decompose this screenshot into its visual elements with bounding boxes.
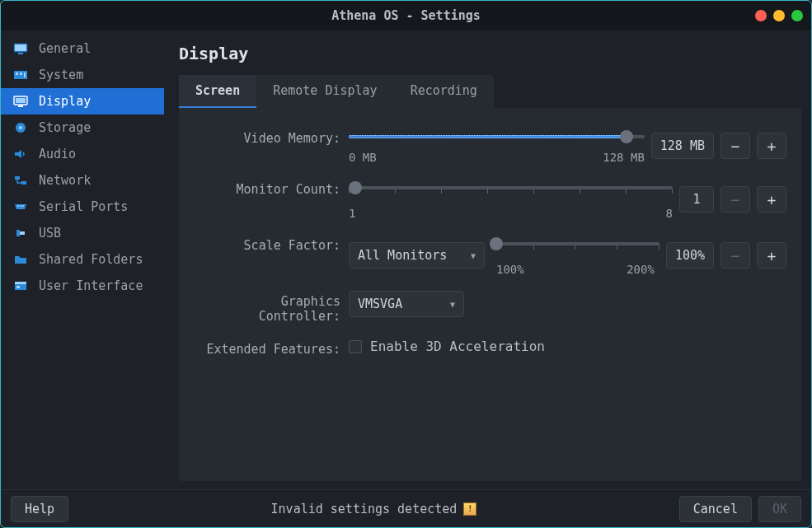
disk-icon [12,121,29,134]
sidebar-label: Audio [39,147,76,161]
monitor-icon [12,42,29,55]
window-controls [755,10,803,21]
monitor-count-min: 1 [349,207,355,220]
dropdown-value: All Monitors [358,248,447,263]
sidebar-item-system[interactable]: System [1,62,164,88]
slider-thumb-icon[interactable] [490,237,503,250]
tabbar: Screen Remote Display Recording [179,75,494,108]
video-memory-plus-button[interactable]: + [757,133,786,159]
sidebar-item-shared-folders[interactable]: Shared Folders [1,246,164,273]
slider-thumb-icon[interactable] [620,130,633,143]
status-bar: Invalid settings detected ! [77,502,671,516]
sidebar-item-serial-ports[interactable]: Serial Ports [1,194,164,220]
svg-rect-13 [21,181,26,185]
help-button[interactable]: Help [11,496,68,522]
svg-point-14 [17,205,19,207]
warning-icon: ! [463,502,476,516]
video-memory-row: Video Memory: 0 MB 128 MB [194,128,786,164]
monitor-count-max: 8 [666,207,673,220]
video-memory-slider[interactable] [349,128,645,146]
titlebar: Athena OS - Settings [1,1,811,30]
sidebar-item-general[interactable]: General [1,35,164,62]
svg-rect-12 [15,176,20,180]
folder-icon [12,253,29,266]
content-panel: Display Screen Remote Display Recording … [164,30,811,489]
slider-thumb-icon[interactable] [349,181,362,194]
svg-point-16 [22,205,24,207]
scale-factor-dropdown[interactable]: All Monitors ▼ [349,242,485,269]
extended-features-label: Extended Features: [194,339,340,357]
tab-screen[interactable]: Screen [179,75,256,108]
svg-rect-8 [16,98,26,103]
scale-factor-value[interactable]: 100% [666,242,714,269]
sidebar: General System Display Storage Audio [1,30,164,489]
usb-icon [12,227,29,240]
chevron-down-icon: ▼ [471,251,476,260]
sidebar-label: User Interface [39,278,143,293]
video-memory-max: 128 MB [603,151,645,164]
sidebar-item-usb[interactable]: USB [1,220,164,246]
speaker-icon [12,147,29,161]
scale-factor-label: Scale Factor: [194,235,340,253]
network-icon [12,174,29,187]
monitor-count-slider[interactable] [349,179,673,197]
main-area: General System Display Storage Audio [1,30,811,489]
sidebar-item-network[interactable]: Network [1,167,164,194]
window-title: Athena OS - Settings [331,8,481,23]
sidebar-label: Display [39,94,91,109]
graphics-controller-row: Graphics Controller: VMSVGA ▼ [194,291,786,324]
video-memory-minus-button[interactable]: − [720,133,750,159]
svg-rect-18 [20,231,25,235]
scale-factor-plus-button[interactable]: + [757,242,786,269]
page-title: Display [179,44,801,63]
sidebar-label: Storage [39,120,91,135]
svg-point-15 [20,205,21,207]
sidebar-item-storage[interactable]: Storage [1,114,164,141]
settings-panel: Video Memory: 0 MB 128 MB [179,108,801,481]
sidebar-label: General [39,41,91,56]
scale-factor-minus-button[interactable]: − [720,242,750,269]
window-minimize-icon[interactable] [755,10,767,21]
dropdown-value: VMSVGA [358,297,402,311]
svg-rect-2 [18,53,23,54]
ok-button[interactable]: OK [758,496,801,522]
sidebar-item-audio[interactable]: Audio [1,141,164,167]
window-close-icon[interactable] [791,10,803,21]
sidebar-label: Shared Folders [39,252,143,267]
footer: Help Invalid settings detected ! Cancel … [1,489,811,527]
scale-factor-slider[interactable] [491,235,659,253]
serial-icon [12,200,29,213]
svg-rect-4 [16,72,18,75]
sidebar-item-display[interactable]: Display [1,88,164,114]
tab-recording[interactable]: Recording [394,75,494,108]
video-memory-min: 0 MB [349,151,377,164]
monitor-count-plus-button[interactable]: + [757,186,786,213]
ui-icon [12,279,29,292]
status-text: Invalid settings detected [271,502,458,516]
tab-remote-display[interactable]: Remote Display [256,75,393,108]
sidebar-label: Network [39,173,91,188]
sidebar-label: USB [39,226,61,241]
graphics-controller-dropdown[interactable]: VMSVGA ▼ [349,291,464,317]
monitor-count-value[interactable]: 1 [679,186,714,213]
svg-rect-6 [24,72,26,77]
cancel-button[interactable]: Cancel [679,496,752,522]
sidebar-item-user-interface[interactable]: User Interface [1,273,164,299]
extended-features-row: Extended Features: Enable 3D Acceleratio… [194,339,786,357]
svg-rect-20 [15,282,26,284]
scale-factor-row: Scale Factor: All Monitors ▼ [194,235,786,276]
video-memory-value[interactable]: 128 MB [651,133,714,159]
video-memory-label: Video Memory: [194,128,340,146]
sidebar-label: Serial Ports [39,199,128,214]
scale-factor-min: 100% [496,263,524,276]
window-maximize-icon[interactable] [773,10,785,21]
svg-rect-9 [18,105,23,107]
chevron-down-icon: ▼ [450,300,455,309]
monitor-count-minus-button[interactable]: − [720,186,750,213]
enable-3d-checkbox-row[interactable]: Enable 3D Acceleration [349,339,545,354]
checkbox-icon[interactable] [349,340,362,353]
sidebar-label: System [39,68,83,82]
checkbox-label: Enable 3D Acceleration [370,339,545,354]
svg-rect-21 [16,286,20,288]
svg-point-11 [19,126,22,129]
